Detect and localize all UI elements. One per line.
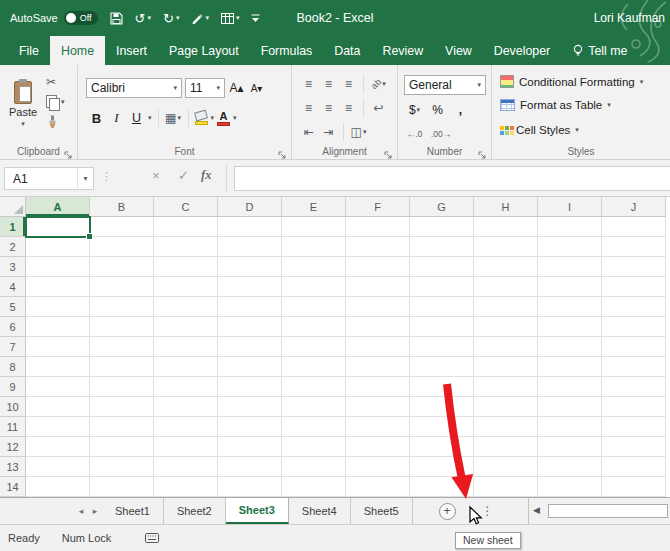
- autosave-toggle[interactable]: Off: [64, 11, 98, 25]
- col-header-F[interactable]: F: [346, 197, 410, 217]
- cell-B7[interactable]: [90, 337, 154, 357]
- cell-A10[interactable]: [26, 397, 90, 417]
- scroll-left-icon[interactable]: ◀: [533, 505, 540, 515]
- cell-B4[interactable]: [90, 277, 154, 297]
- increase-font-size-button[interactable]: A▴: [228, 79, 245, 97]
- cell-F1[interactable]: [346, 217, 410, 237]
- scrollbar-thumb[interactable]: [548, 504, 668, 518]
- customize-qat-button[interactable]: [251, 14, 260, 23]
- cell-A4[interactable]: [26, 277, 90, 297]
- cell-D8[interactable]: [218, 357, 282, 377]
- cell-C12[interactable]: [154, 437, 218, 457]
- cell-H4[interactable]: [474, 277, 538, 297]
- row-header-10[interactable]: 10: [0, 397, 26, 417]
- cell-G11[interactable]: [410, 417, 474, 437]
- cell-G13[interactable]: [410, 457, 474, 477]
- cell-C9[interactable]: [154, 377, 218, 397]
- cell-A9[interactable]: [26, 377, 90, 397]
- cell-D4[interactable]: [218, 277, 282, 297]
- cell-H9[interactable]: [474, 377, 538, 397]
- cell-H12[interactable]: [474, 437, 538, 457]
- cell-B8[interactable]: [90, 357, 154, 377]
- cell-D14[interactable]: [218, 477, 282, 497]
- cell-A5[interactable]: [26, 297, 90, 317]
- cell-F11[interactable]: [346, 417, 410, 437]
- cell-H1[interactable]: [474, 217, 538, 237]
- col-header-C[interactable]: C: [154, 197, 218, 217]
- copy-button[interactable]: ▾: [46, 93, 65, 110]
- qat-pen-button[interactable]: ▾: [191, 12, 209, 24]
- cell-G3[interactable]: [410, 257, 474, 277]
- bold-button[interactable]: B: [88, 109, 105, 127]
- cell-G7[interactable]: [410, 337, 474, 357]
- cell-I7[interactable]: [538, 337, 602, 357]
- row-header-9[interactable]: 9: [0, 377, 26, 397]
- cell-I5[interactable]: [538, 297, 602, 317]
- font-color-button[interactable]: A: [217, 109, 230, 127]
- cell-J10[interactable]: [602, 397, 666, 417]
- tab-page-layout[interactable]: Page Layout: [158, 36, 250, 65]
- cell-B9[interactable]: [90, 377, 154, 397]
- qat-table-button[interactable]: ▾: [221, 13, 240, 24]
- borders-button[interactable]: ▦▾: [165, 109, 182, 127]
- cell-B6[interactable]: [90, 317, 154, 337]
- cell-E9[interactable]: [282, 377, 346, 397]
- cell-E11[interactable]: [282, 417, 346, 437]
- select-all-corner[interactable]: [0, 197, 26, 217]
- tab-home[interactable]: Home: [50, 36, 105, 65]
- cell-A11[interactable]: [26, 417, 90, 437]
- cell-A13[interactable]: [26, 457, 90, 477]
- cell-E7[interactable]: [282, 337, 346, 357]
- decrease-decimal-button[interactable]: .00→: [431, 125, 451, 143]
- cell-G1[interactable]: [410, 217, 474, 237]
- cell-I10[interactable]: [538, 397, 602, 417]
- cell-C6[interactable]: [154, 317, 218, 337]
- row-header-13[interactable]: 13: [0, 457, 26, 477]
- row-header-4[interactable]: 4: [0, 277, 26, 297]
- cell-A7[interactable]: [26, 337, 90, 357]
- cell-E5[interactable]: [282, 297, 346, 317]
- sheet-nav-left-icon[interactable]: ◂: [74, 498, 88, 524]
- cell-H3[interactable]: [474, 257, 538, 277]
- cell-A8[interactable]: [26, 357, 90, 377]
- dialog-launcher-icon[interactable]: [64, 146, 74, 156]
- cell-J8[interactable]: [602, 357, 666, 377]
- accounting-format-button[interactable]: $▾: [406, 101, 423, 119]
- tab-formulas[interactable]: Formulas: [250, 36, 324, 65]
- tab-review[interactable]: Review: [371, 36, 434, 65]
- horizontal-scrollbar[interactable]: ◀: [528, 498, 670, 524]
- col-header-D[interactable]: D: [218, 197, 282, 217]
- cell-F2[interactable]: [346, 237, 410, 257]
- cell-C13[interactable]: [154, 457, 218, 477]
- cell-F9[interactable]: [346, 377, 410, 397]
- col-header-I[interactable]: I: [538, 197, 602, 217]
- cell-styles-button[interactable]: Cell Styles ▾: [500, 124, 579, 136]
- row-header-3[interactable]: 3: [0, 257, 26, 277]
- cell-J6[interactable]: [602, 317, 666, 337]
- cell-B12[interactable]: [90, 437, 154, 457]
- insert-function-button[interactable]: fx: [201, 168, 211, 183]
- cell-J4[interactable]: [602, 277, 666, 297]
- cell-D7[interactable]: [218, 337, 282, 357]
- new-sheet-button[interactable]: +: [439, 503, 456, 520]
- align-top-button[interactable]: ≡: [300, 75, 317, 93]
- cell-C8[interactable]: [154, 357, 218, 377]
- cell-A2[interactable]: [26, 237, 90, 257]
- fill-color-button[interactable]: [195, 109, 208, 127]
- cell-C1[interactable]: [154, 217, 218, 237]
- row-header-7[interactable]: 7: [0, 337, 26, 357]
- align-left-button[interactable]: ≡: [300, 99, 317, 117]
- formula-bar-drag-handle[interactable]: ⋮: [101, 170, 112, 183]
- undo-button[interactable]: ↺▾: [135, 11, 151, 26]
- cell-I4[interactable]: [538, 277, 602, 297]
- cell-I11[interactable]: [538, 417, 602, 437]
- cell-A12[interactable]: [26, 437, 90, 457]
- align-center-button[interactable]: ≡: [320, 99, 337, 117]
- col-header-B[interactable]: B: [90, 197, 154, 217]
- cell-J13[interactable]: [602, 457, 666, 477]
- cell-A6[interactable]: [26, 317, 90, 337]
- number-format-combobox[interactable]: General▾: [404, 75, 486, 95]
- decrease-indent-button[interactable]: ⇤: [300, 123, 317, 141]
- cell-H11[interactable]: [474, 417, 538, 437]
- cell-I8[interactable]: [538, 357, 602, 377]
